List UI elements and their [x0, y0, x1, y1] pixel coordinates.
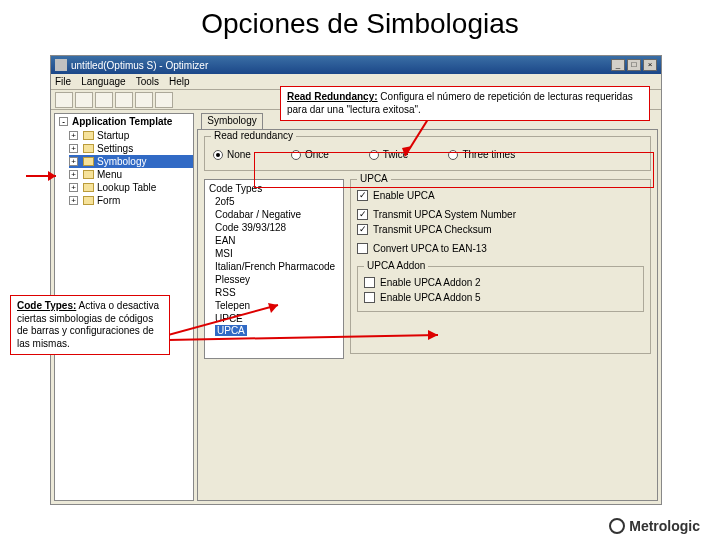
tree-root-label: Application Template: [72, 116, 172, 127]
tree-item-lookup[interactable]: +Lookup Table: [69, 181, 193, 194]
tab-symbology[interactable]: Symbology: [201, 113, 263, 129]
maximize-button[interactable]: □: [627, 59, 641, 71]
svg-marker-3: [48, 171, 56, 181]
svg-marker-7: [428, 330, 438, 340]
toolbar-button[interactable]: [135, 92, 153, 108]
close-button[interactable]: ×: [643, 59, 657, 71]
toolbar-button[interactable]: [55, 92, 73, 108]
code-item[interactable]: Codabar / Negative: [215, 208, 341, 221]
menu-help[interactable]: Help: [169, 76, 190, 87]
toolbar-button[interactable]: [95, 92, 113, 108]
check-transmit-checksum[interactable]: Transmit UPCA Checksum: [357, 222, 644, 237]
tree-item-form[interactable]: +Form: [69, 194, 193, 207]
code-item[interactable]: RSS: [215, 286, 341, 299]
slide-title: Opciones de Simbologias: [0, 0, 720, 44]
brand-name: Metrologic: [629, 518, 700, 534]
callout-code-types: Code Types: Activa o desactiva ciertas s…: [10, 295, 170, 355]
app-window: untitled(Optimus S) - Optimizer _ □ × Fi…: [50, 55, 662, 505]
code-item[interactable]: EAN: [215, 234, 341, 247]
menu-file[interactable]: File: [55, 76, 71, 87]
arrow-icon: [26, 168, 66, 184]
callout-read-redundancy: Read Redundancy: Configura el número de …: [280, 86, 650, 121]
check-convert-ean13[interactable]: Convert UPCA to EAN-13: [357, 241, 644, 256]
toolbar-button[interactable]: [75, 92, 93, 108]
tree-item-settings[interactable]: +Settings: [69, 142, 193, 155]
code-item[interactable]: 2of5: [215, 195, 341, 208]
titlebar: untitled(Optimus S) - Optimizer _ □ ×: [51, 56, 661, 74]
menu-tools[interactable]: Tools: [136, 76, 159, 87]
arrow-icon: [400, 116, 460, 166]
arrow-icon: [168, 330, 448, 350]
menu-language[interactable]: Language: [81, 76, 126, 87]
group-title: UPCA Addon: [364, 260, 428, 271]
window-title: untitled(Optimus S) - Optimizer: [71, 60, 208, 71]
code-item[interactable]: Plessey: [215, 273, 341, 286]
check-addon2[interactable]: Enable UPCA Addon 2: [364, 275, 637, 290]
brand-footer: Metrologic: [609, 518, 700, 534]
app-icon: [55, 59, 67, 71]
code-item[interactable]: Italian/French Pharmacode: [215, 260, 341, 273]
check-enable-upca[interactable]: Enable UPCA: [357, 188, 644, 203]
tree-item-menu[interactable]: +Menu: [69, 168, 193, 181]
brand-logo-icon: [609, 518, 625, 534]
code-item[interactable]: MSI: [215, 247, 341, 260]
tree-item-symbology[interactable]: +Symbology: [69, 155, 193, 168]
svg-line-6: [168, 335, 438, 340]
group-title: Read redundancy: [211, 130, 296, 141]
toolbar-button[interactable]: [115, 92, 133, 108]
radio-none[interactable]: None: [213, 149, 251, 160]
check-addon5[interactable]: Enable UPCA Addon 5: [364, 290, 637, 305]
tree-item-startup[interactable]: +Startup: [69, 129, 193, 142]
minimize-button[interactable]: _: [611, 59, 625, 71]
check-transmit-sysnum[interactable]: Transmit UPCA System Number: [357, 207, 644, 222]
group-upca-addon: UPCA Addon Enable UPCA Addon 2 Enable UP…: [357, 266, 644, 312]
toolbar-button[interactable]: [155, 92, 173, 108]
group-upca: UPCA Enable UPCA Transmit UPCA System Nu…: [350, 179, 651, 354]
code-item[interactable]: Code 39/93/128: [215, 221, 341, 234]
